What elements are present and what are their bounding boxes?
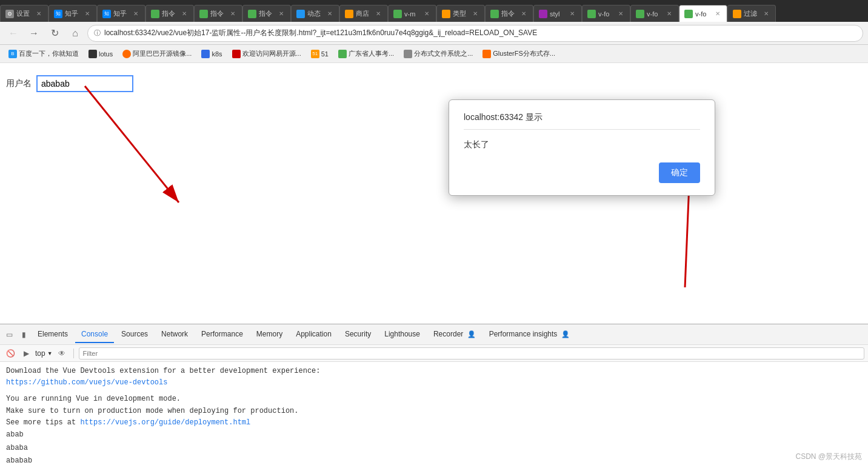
username-label: 用户名: [6, 78, 32, 89]
tab-zhihu1[interactable]: 知 知乎 ✕: [48, 5, 97, 22]
tab-close-store[interactable]: ✕: [374, 10, 382, 18]
tab-close-style[interactable]: ✕: [568, 10, 576, 18]
devtools-tab-console[interactable]: Console: [75, 326, 114, 343]
tab-directive2[interactable]: 指令 ✕: [194, 5, 242, 22]
back-button[interactable]: ←: [5, 25, 22, 42]
home-button[interactable]: ⌂: [67, 25, 84, 42]
tab-favicon-d4: [490, 10, 499, 18]
tab-close-vfor1[interactable]: ✕: [616, 10, 625, 18]
devtools-tab-recorder[interactable]: Recorder 👤: [427, 326, 482, 343]
bookmark-k8s[interactable]: k8s: [198, 48, 225, 60]
bookmark-baidu[interactable]: B 百度一下，你就知道: [5, 47, 82, 60]
console-link-vue[interactable]: https://vuejs.org/guide/deployment.html: [80, 418, 250, 427]
bookmark-icon-baidu: B: [8, 50, 17, 58]
bookmark-label-netease: 欢迎访问网易开源...: [242, 49, 301, 58]
alert-confirm-button[interactable]: 确定: [659, 162, 700, 183]
tab-label-vm: v-m: [404, 10, 420, 18]
tab-close-dyn[interactable]: ✕: [326, 10, 334, 18]
tab-close-d4[interactable]: ✕: [519, 10, 528, 18]
devtools-console-output[interactable]: Download the Vue Devtools extension for …: [0, 362, 868, 468]
bookmark-glusterfs[interactable]: GlusterFS分布式存...: [479, 47, 559, 60]
bookmark-netease[interactable]: 欢迎访问网易开源...: [229, 47, 305, 60]
tab-close-settings[interactable]: ✕: [35, 10, 43, 18]
devtools-device-btn[interactable]: ▮: [17, 328, 30, 341]
bookmark-lotus[interactable]: lotus: [85, 48, 116, 60]
tab-label-vfor2: v-fo: [647, 10, 663, 18]
devtools-tab-elements[interactable]: Elements: [32, 326, 74, 343]
eye-btn[interactable]: 👁: [55, 347, 68, 360]
console-link-devtools[interactable]: https://github.com/vuejs/vue-devtools: [6, 378, 167, 387]
toolbar-divider: [73, 349, 74, 358]
devtools-tab-perf-insights[interactable]: Performance insights 👤: [483, 326, 576, 343]
tab-favicon-style: [539, 10, 547, 18]
perf-insights-icon: 👤: [561, 330, 570, 338]
username-input[interactable]: [36, 75, 133, 92]
tab-close-d3[interactable]: ✕: [277, 10, 285, 18]
bookmark-icon-alibaba: [122, 50, 131, 58]
tab-label-store: 商店: [356, 9, 372, 18]
context-selector[interactable]: top ▼: [35, 349, 53, 358]
tab-close-zhihu2[interactable]: ✕: [132, 10, 140, 18]
tab-settings[interactable]: ⚙ 设置 ✕: [0, 5, 48, 22]
tab-vfor3[interactable]: v-fo ✕: [679, 5, 727, 22]
tab-label-d3: 指令: [259, 9, 275, 18]
devtools-tab-security[interactable]: Security: [339, 326, 377, 343]
tab-favicon-d1: [151, 10, 159, 18]
console-line-devtools-link: https://github.com/vuejs/vue-devtools: [6, 377, 862, 389]
tab-close-d2[interactable]: ✕: [229, 10, 237, 18]
watermark: CSDN @景天科技苑: [795, 452, 862, 462]
tab-close-vfor2[interactable]: ✕: [665, 10, 673, 18]
tab-close-filter[interactable]: ✕: [762, 10, 770, 18]
tab-close-d1[interactable]: ✕: [180, 10, 189, 18]
tab-favicon-zhihu2: 知: [102, 10, 111, 18]
tab-filter[interactable]: 过滤 ✕: [727, 5, 776, 22]
tab-directive1[interactable]: 指令 ✕: [145, 5, 194, 22]
bookmark-dist[interactable]: 分布式文件系统之...: [400, 47, 476, 60]
tab-type[interactable]: 类型 ✕: [436, 5, 485, 22]
filter-toggle-btn[interactable]: ▶: [19, 347, 33, 360]
tab-zhihu2[interactable]: 知 知乎 ✕: [97, 5, 145, 22]
tab-label-vfor1: v-fo: [598, 10, 614, 18]
devtools-tab-memory[interactable]: Memory: [250, 326, 289, 343]
tab-directive3[interactable]: 指令 ✕: [242, 5, 291, 22]
tab-favicon-type: [442, 10, 450, 18]
devtools-inspect-btn[interactable]: ▭: [2, 328, 16, 341]
tab-label-d2: 指令: [210, 9, 226, 18]
alert-dialog: localhost:63342 显示 太长了 确定: [449, 99, 715, 196]
devtools-tab-lighthouse[interactable]: Lighthouse: [378, 326, 426, 343]
bookmark-51[interactable]: 51 51: [307, 48, 332, 60]
filter-input[interactable]: [79, 347, 864, 359]
bookmark-label-alibaba: 阿里巴巴开源镜像...: [133, 49, 192, 58]
tab-style[interactable]: styl ✕: [533, 5, 582, 22]
tab-favicon-vfor1: [587, 10, 596, 18]
devtools-tab-sources[interactable]: Sources: [115, 326, 154, 343]
forward-button[interactable]: →: [25, 25, 42, 42]
bookmark-label-glusterfs: GlusterFS分布式存...: [493, 49, 555, 58]
tab-label-vfor3: v-fo: [695, 10, 711, 18]
tab-favicon-vm: [393, 10, 402, 18]
tab-dynamic[interactable]: 动态 ✕: [291, 5, 339, 22]
tab-vm[interactable]: v-m ✕: [388, 5, 436, 22]
bookmark-label-51: 51: [321, 50, 329, 58]
tab-bar: ⚙ 设置 ✕ 知 知乎 ✕ 知 知乎 ✕ 指令 ✕ 指令 ✕: [0, 0, 868, 22]
address-bar[interactable]: ⓘ localhost:63342/vue2/vue初始17-监听属性--用户名…: [87, 25, 863, 42]
tab-vfor1[interactable]: v-fo ✕: [582, 5, 630, 22]
tab-store[interactable]: 商店 ✕: [339, 5, 388, 22]
devtools-tab-performance[interactable]: Performance: [195, 326, 249, 343]
tab-favicon-filter: [733, 10, 741, 18]
bookmark-gd[interactable]: 广东省人事考...: [335, 47, 398, 60]
tab-close-vfor3[interactable]: ✕: [713, 10, 722, 18]
tab-close-zhihu1[interactable]: ✕: [83, 10, 92, 18]
bookmark-alibaba[interactable]: 阿里巴巴开源镜像...: [119, 47, 195, 60]
tab-close-vm[interactable]: ✕: [422, 10, 431, 18]
devtools-tab-network[interactable]: Network: [155, 326, 194, 343]
tab-favicon-d2: [199, 10, 208, 18]
tab-close-type[interactable]: ✕: [471, 10, 479, 18]
tab-directive4[interactable]: 指令 ✕: [485, 5, 533, 22]
address-text: localhost:63342/vue2/vue初始17-监听属性--用户名长度…: [104, 28, 856, 38]
refresh-button[interactable]: ↻: [46, 25, 63, 42]
tab-vfor2[interactable]: v-fo ✕: [630, 5, 679, 22]
clear-console-btn[interactable]: 🚫: [4, 347, 17, 360]
devtools-tab-application[interactable]: Application: [290, 326, 338, 343]
devtools-panel: ▭ ▮ Elements Console Sources Network Per…: [0, 324, 868, 468]
